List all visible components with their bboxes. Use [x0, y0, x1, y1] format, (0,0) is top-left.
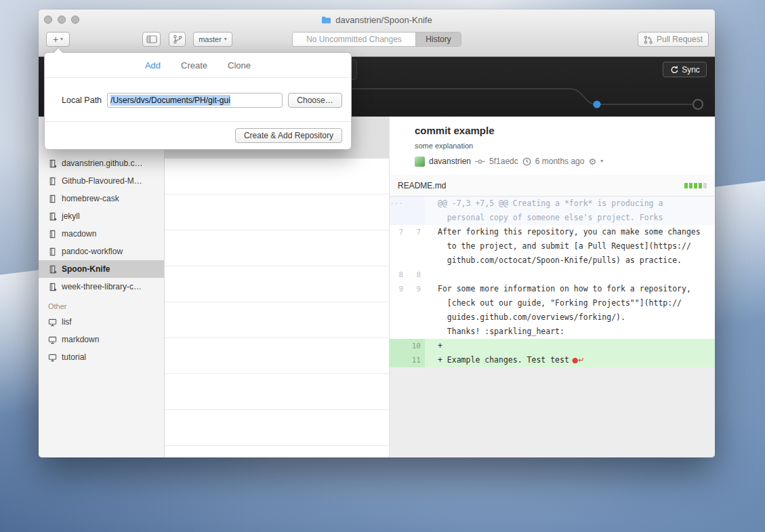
new-line-number: 8 — [407, 268, 425, 282]
diff-line-text: After forking this repository, you can m… — [425, 225, 715, 239]
commit-sha[interactable]: 5f1aedc — [489, 157, 518, 166]
commit-list-row — [165, 266, 389, 302]
diff-line-text: + Example changes. Test test — [438, 355, 569, 365]
new-line-number: 9 — [407, 282, 425, 296]
old-line-number: 7 — [390, 225, 407, 239]
diff-filename: README.md — [398, 181, 446, 190]
diff-row-context: to the project, and submit [a Pull Reque… — [390, 239, 715, 253]
gear-icon[interactable]: ⚙ — [588, 157, 596, 166]
repo-item-github-flavoured-m[interactable]: Github-Flavoured-M… — [39, 172, 164, 190]
popover-tabs: Add Create Clone — [45, 53, 351, 70]
repo-item-label: davanstrien.github.c… — [62, 159, 142, 168]
diff-line-text: github.com/octocat/Spoon-Knife/pulls) as… — [425, 253, 715, 268]
diffstat-added-block — [699, 183, 702, 188]
repo-icon — [48, 195, 57, 203]
repo-icon — [48, 177, 57, 186]
new-line-number — [407, 253, 425, 268]
repo-item-davanstrien-github[interactable]: davanstrien.github.c… — [39, 155, 164, 172]
repo-item-pandoc-workflow[interactable]: pandoc-workflow — [39, 243, 164, 260]
repo-item-homebrew-cask[interactable]: homebrew-cask — [39, 190, 164, 207]
branch-button[interactable] — [169, 32, 186, 47]
create-add-repository-button[interactable]: Create & Add Repository — [235, 128, 342, 143]
old-line-number — [390, 239, 407, 253]
old-line-number — [390, 211, 407, 225]
chevron-down-icon: ▾ — [224, 37, 227, 42]
add-repository-button[interactable]: + ▾ — [46, 32, 70, 47]
layout-toggle-button[interactable] — [142, 32, 161, 47]
diff-line-text: Thanks! :sparkling_heart: — [425, 325, 715, 339]
old-line-number: ··· — [390, 197, 407, 211]
diffstat-neutral-block — [703, 183, 707, 188]
diff-row-context: 8 8 — [390, 268, 715, 282]
close-button[interactable] — [44, 16, 52, 24]
repo-icon — [48, 230, 57, 239]
sidebar-section-other: Other — [48, 302, 164, 310]
old-line-number: 9 — [390, 282, 407, 296]
diff-row-context: [check out our guide, "Forking Projects"… — [390, 296, 715, 310]
divider — [45, 77, 351, 78]
repo-item-label: pandoc-workflow — [62, 247, 123, 256]
diff-line-text: For some more information on how to fork… — [425, 282, 715, 296]
commit-history-list — [165, 117, 390, 457]
diffstat-added-block — [694, 183, 697, 188]
repo-item-label: macdown — [62, 229, 96, 239]
view-segmented-control: No Uncommitted Changes History — [292, 32, 461, 47]
repo-item-label: homebrew-cask — [62, 194, 119, 203]
repo-item-lisf[interactable]: lisf — [39, 313, 164, 331]
pull-request-button[interactable]: Pull Request — [638, 32, 709, 47]
branch-dropdown[interactable]: master ▾ — [193, 32, 232, 47]
local-path-row: Local Path /Users/dvs/Documents/PH/git-g… — [62, 93, 342, 108]
diff-line-text: to the project, and submit [a Pull Reque… — [425, 239, 715, 253]
repo-item-label: Spoon-Knife — [62, 264, 110, 274]
tab-add[interactable]: Add — [145, 60, 161, 70]
minimize-button[interactable] — [58, 16, 66, 24]
git-commit-icon — [475, 159, 485, 165]
diff-row-context: 9 9 For some more information on how to … — [390, 282, 715, 296]
commit-header: commit example some explanation davanstr… — [390, 117, 715, 176]
tab-create[interactable]: Create — [181, 60, 207, 70]
sync-button[interactable]: Sync — [663, 62, 707, 77]
selected-commit-dot[interactable] — [594, 101, 601, 108]
commit-list-row — [165, 338, 389, 374]
repo-item-markdown[interactable]: markdown — [39, 331, 164, 348]
diffstat-added-block — [689, 183, 692, 188]
tab-no-uncommitted-changes[interactable]: No Uncommitted Changes — [293, 33, 415, 46]
repo-item-spoon-knife[interactable]: Spoon-Knife — [39, 260, 164, 278]
tab-clone[interactable]: Clone — [228, 60, 251, 70]
diff-row-context: Thanks! :sparkling_heart: — [390, 325, 715, 339]
commit-node-ring[interactable] — [693, 100, 703, 109]
commit-graph[interactable] — [352, 84, 715, 117]
commit-list-row — [165, 410, 389, 446]
commit-author: davanstrien — [429, 157, 471, 166]
commit-age: 6 months ago — [535, 157, 585, 166]
new-line-number: 7 — [407, 225, 425, 239]
diff-row-hunk: ··· @@ -7,3 +7,5 @@ Creating a *fork* is… — [390, 197, 715, 211]
choose-button[interactable]: Choose… — [288, 93, 342, 108]
zoom-button[interactable] — [71, 16, 79, 24]
old-line-number — [390, 310, 407, 325]
commit-list-row — [165, 302, 389, 338]
repo-item-macdown[interactable]: macdown — [39, 225, 164, 243]
chevron-down-icon[interactable]: ▾ — [600, 159, 603, 164]
new-line-number — [407, 197, 425, 211]
new-line-number — [407, 211, 425, 225]
repo-item-jekyll[interactable]: jekyll — [39, 207, 164, 225]
old-line-number — [390, 296, 407, 310]
local-path-input[interactable]: /Users/dvs/Documents/PH/git-gui — [107, 93, 283, 108]
new-line-number: 11 — [407, 353, 425, 367]
local-path-value: /Users/dvs/Documents/PH/git-gui — [110, 95, 230, 106]
repo-item-week-three-library[interactable]: week-three-library-c… — [39, 278, 164, 295]
computer-icon — [48, 318, 57, 327]
diff-file-header[interactable]: README.md — [390, 175, 715, 197]
chevron-down-icon: ▾ — [60, 37, 63, 42]
new-line-number — [407, 325, 425, 339]
diff-line-text: @@ -7,3 +7,5 @@ Creating a *fork* is pro… — [425, 197, 715, 211]
commit-list-row — [165, 195, 389, 230]
repo-icon — [48, 247, 57, 256]
new-line-number: 10 — [407, 339, 425, 353]
commit-list-row — [165, 446, 389, 457]
author-avatar — [415, 157, 425, 167]
repo-item-tutorial[interactable]: tutorial — [39, 348, 164, 366]
computer-icon — [48, 335, 57, 344]
tab-history[interactable]: History — [415, 33, 461, 46]
